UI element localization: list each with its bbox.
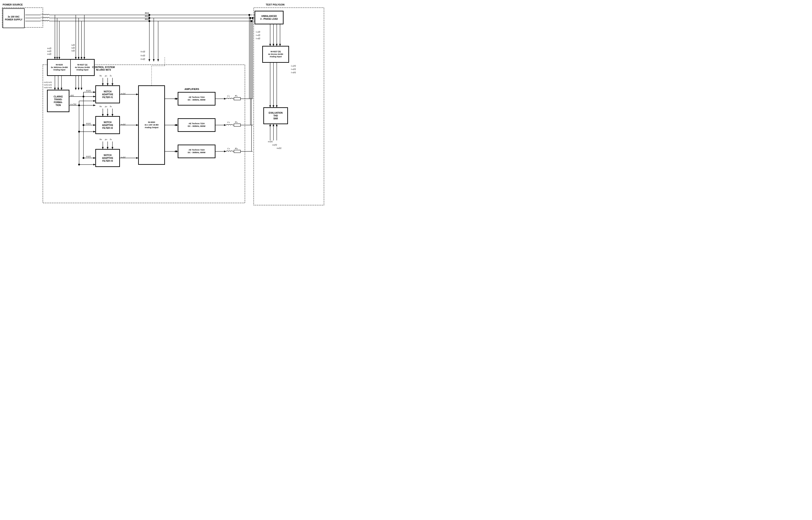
ioL3n-label: iₒₗ₃(n) <box>291 71 296 74</box>
notch-filter-1-box: NOTCH ADAPTIVE FILTER #1 <box>96 85 120 103</box>
Rf1-label: Rⁱ₁ <box>235 95 238 97</box>
svg-marker-125 <box>276 44 278 46</box>
svg-marker-77 <box>136 124 138 126</box>
svg-marker-158 <box>107 147 108 149</box>
svg-point-11 <box>148 20 150 22</box>
svg-marker-65 <box>93 100 96 102</box>
uL2eval-label: uₗ₂(n) <box>272 144 277 146</box>
muL2-label: μₗ₂ <box>105 105 107 107</box>
Rf3-label: Rⁱ₃ <box>235 148 238 150</box>
Rf2-label: Rⁱ₂ <box>235 121 238 123</box>
svg-marker-142 <box>276 124 278 126</box>
svg-rect-2 <box>254 8 324 205</box>
clarke-box: CLARKE TRANS- FORMA- TION <box>47 90 69 112</box>
ni9227a-box: NI-9227 (a) 4x 5Arms 24-Bit Analog Input <box>70 59 94 76</box>
PCC2-label: PCC <box>145 15 149 17</box>
svg-marker-123 <box>273 44 274 46</box>
svg-point-112 <box>252 17 253 19</box>
svg-marker-144 <box>102 83 104 85</box>
svg-marker-91 <box>224 98 226 100</box>
evaluation-box: EVALUATION THD SNR <box>264 107 288 124</box>
uL2n-label: uₗ₂(n),iₗ₂(n) <box>44 84 52 86</box>
svg-marker-25 <box>83 57 85 59</box>
svg-marker-108 <box>153 59 155 61</box>
icL2-label: iᴄₗ₂(t) <box>141 54 145 57</box>
svg-point-50 <box>82 96 84 98</box>
svg-point-117 <box>249 17 251 19</box>
power-supply-box: 3x 100 VAC POWER SUPPLY <box>3 8 25 28</box>
svg-marker-17 <box>58 57 60 59</box>
eL1n-label: eₗ₁(n) <box>121 93 125 95</box>
dL2n-label: dₗ₂(n) <box>86 123 91 125</box>
svg-marker-19 <box>75 57 77 59</box>
ioL3t-label: iₒₗ₃(t) <box>256 37 260 40</box>
svg-marker-38 <box>78 88 79 90</box>
svg-rect-96 <box>234 98 241 100</box>
Lf3-label: Lⁱ₃ <box>227 148 230 150</box>
svg-marker-75 <box>136 94 138 95</box>
ioL1t-label: iₒₗ₁(t) <box>256 31 260 33</box>
ioL2n-label: iₒₗ₂(n) <box>291 68 296 70</box>
svg-point-71 <box>78 164 80 165</box>
lambdaL3-label: λₗ₃ <box>110 138 112 140</box>
svg-marker-73 <box>93 164 96 165</box>
svg-point-63 <box>78 104 80 106</box>
lambdaL2-label: λₗ₂ <box>110 105 112 107</box>
svg-marker-110 <box>157 59 159 61</box>
svg-marker-21 <box>78 57 79 59</box>
ioL1n-label: iₒₗ₁(n) <box>291 65 296 67</box>
svg-marker-93 <box>224 124 226 126</box>
svg-marker-42 <box>93 96 96 98</box>
power-source-label: POWER SOURCE <box>3 3 23 6</box>
uL1n-label: uₗ₁(n),iₗ₁(n) <box>44 81 52 83</box>
svg-marker-30 <box>54 88 56 90</box>
notch-filter-3-box: NOTCH ADAPTIVE FILTER #3 <box>96 149 120 167</box>
L2-label: L2 <box>41 16 43 19</box>
svg-marker-13 <box>54 57 56 59</box>
iL3t-label: iₗ₃(t) <box>71 50 75 52</box>
ni9263-box: NI-9263 4x ± 10V 16-Bit Analog Output <box>138 85 165 164</box>
svg-marker-127 <box>279 44 281 46</box>
svg-marker-32 <box>57 88 59 90</box>
muL1-label: μₗ₁ <box>105 75 107 77</box>
muL3-label: μₗ₃ <box>105 138 107 140</box>
amp2-num-label: #2 <box>175 124 177 126</box>
svg-marker-95 <box>224 151 226 152</box>
svg-marker-34 <box>60 88 63 90</box>
svg-marker-44 <box>93 104 96 106</box>
svg-marker-57 <box>93 157 96 159</box>
amp1-num-label: #1 <box>175 98 177 100</box>
uL1-label: uₗ₁(t) <box>47 47 51 49</box>
amplifiers-label: AMPLIFIERS <box>184 88 199 90</box>
control-system-label: CONTROL SYSTEM NI-cRIO 9073 <box>92 66 115 71</box>
svg-point-67 <box>78 131 80 132</box>
Lf1-label: Lⁱ₁ <box>227 95 230 97</box>
test-polygon-label: TEST POLYGON <box>266 3 285 6</box>
dL1n-label: dₗ₁(n) <box>86 89 91 92</box>
iL2t-label: iₗ₂(t) <box>71 47 75 49</box>
xn-label: x(n) <box>70 94 74 97</box>
svg-point-52 <box>82 124 84 126</box>
svg-marker-154 <box>112 114 113 116</box>
svg-marker-138 <box>269 124 271 126</box>
lambdaL1-label: λₗ₁ <box>110 75 112 77</box>
amplifier-2-box: AE Techron 7224 DC - 300kHz, 800W <box>178 119 215 132</box>
svg-point-119 <box>251 20 252 22</box>
PCC3-label: PCC <box>145 18 149 20</box>
amplifier-1-box: AE Techron 7224 DC - 300kHz, 800W <box>178 92 215 105</box>
iL1t-label: iₗ₁(t) <box>71 44 75 46</box>
svg-marker-121 <box>269 44 271 46</box>
uL2-label: uₗ₂(t) <box>47 50 51 52</box>
svg-marker-23 <box>81 57 82 59</box>
svg-marker-156 <box>102 147 104 149</box>
svg-marker-106 <box>148 59 150 61</box>
svg-marker-36 <box>75 88 77 90</box>
svg-marker-40 <box>81 88 82 90</box>
ni9227b-box: NI-9227 (b) 4x 5Arms 24-Bit Analog Input <box>263 46 289 62</box>
unbalanced-load-box: UNBALANCED 3 - PHASE LOAD <box>255 11 283 24</box>
svg-marker-146 <box>107 83 108 85</box>
svg-marker-79 <box>136 157 138 159</box>
eL2n-label: eₗ₂(n) <box>121 123 125 126</box>
NL2-label: Nₗ₂ <box>99 105 102 107</box>
icL3-label: iᴄₗ₃(t) <box>141 58 145 60</box>
